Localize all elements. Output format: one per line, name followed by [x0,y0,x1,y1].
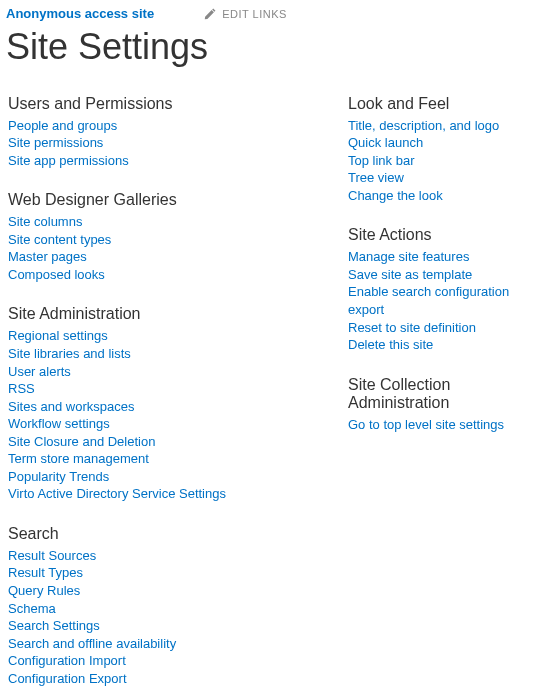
link-query-rules[interactable]: Query Rules [8,582,348,600]
section-search: SearchResult SourcesResult TypesQuery Ru… [8,525,348,687]
right-column: Look and FeelTitle, description, and log… [348,95,548,689]
link-delete-this-site[interactable]: Delete this site [348,336,548,354]
link-change-the-look[interactable]: Change the look [348,187,548,205]
link-people-and-groups[interactable]: People and groups [8,117,348,135]
link-site-permissions[interactable]: Site permissions [8,134,348,152]
link-site-libraries-and-lists[interactable]: Site libraries and lists [8,345,348,363]
left-column: Users and PermissionsPeople and groupsSi… [8,95,348,689]
section-site-collection-administration: Site Collection AdministrationGo to top … [348,376,548,434]
link-search-and-offline-availability[interactable]: Search and offline availability [8,635,348,653]
section-users-and-permissions: Users and PermissionsPeople and groupsSi… [8,95,348,170]
link-master-pages[interactable]: Master pages [8,248,348,266]
section-web-designer-galleries: Web Designer GalleriesSite columnsSite c… [8,191,348,283]
link-site-closure-and-deletion[interactable]: Site Closure and Deletion [8,433,348,451]
link-user-alerts[interactable]: User alerts [8,363,348,381]
edit-links-button[interactable]: EDIT LINKS [204,8,287,20]
section-heading: Look and Feel [348,95,548,113]
section-heading: Search [8,525,348,543]
section-heading: Users and Permissions [8,95,348,113]
link-result-types[interactable]: Result Types [8,564,348,582]
link-site-app-permissions[interactable]: Site app permissions [8,152,348,170]
link-popularity-trends[interactable]: Popularity Trends [8,468,348,486]
link-term-store-management[interactable]: Term store management [8,450,348,468]
link-quick-launch[interactable]: Quick launch [348,134,548,152]
section-look-and-feel: Look and FeelTitle, description, and log… [348,95,548,205]
section-heading: Site Collection Administration [348,376,548,412]
edit-links-label: EDIT LINKS [222,8,287,20]
link-top-link-bar[interactable]: Top link bar [348,152,548,170]
link-regional-settings[interactable]: Regional settings [8,327,348,345]
link-schema[interactable]: Schema [8,600,348,618]
section-site-actions: Site ActionsManage site featuresSave sit… [348,226,548,353]
section-heading: Web Designer Galleries [8,191,348,209]
link-title-description-and-logo[interactable]: Title, description, and logo [348,117,548,135]
link-result-sources[interactable]: Result Sources [8,547,348,565]
top-bar: Anonymous access site EDIT LINKS [0,0,548,25]
link-virto-active-directory-service-settings[interactable]: Virto Active Directory Service Settings [8,485,348,503]
link-go-to-top-level-site-settings[interactable]: Go to top level site settings [348,416,548,434]
section-heading: Site Administration [8,305,348,323]
pencil-icon [204,8,216,20]
link-manage-site-features[interactable]: Manage site features [348,248,548,266]
link-configuration-import[interactable]: Configuration Import [8,652,348,670]
section-site-administration: Site AdministrationRegional settingsSite… [8,305,348,502]
settings-columns: Users and PermissionsPeople and groupsSi… [0,95,548,689]
link-composed-looks[interactable]: Composed looks [8,266,348,284]
link-site-columns[interactable]: Site columns [8,213,348,231]
link-rss[interactable]: RSS [8,380,348,398]
link-site-content-types[interactable]: Site content types [8,231,348,249]
link-enable-search-configuration-export[interactable]: Enable search configuration export [348,283,548,318]
link-reset-to-site-definition[interactable]: Reset to site definition [348,319,548,337]
link-sites-and-workspaces[interactable]: Sites and workspaces [8,398,348,416]
section-heading: Site Actions [348,226,548,244]
page-title: Site Settings [6,27,548,67]
site-breadcrumb[interactable]: Anonymous access site [6,6,154,21]
link-tree-view[interactable]: Tree view [348,169,548,187]
link-search-settings[interactable]: Search Settings [8,617,348,635]
link-workflow-settings[interactable]: Workflow settings [8,415,348,433]
link-save-site-as-template[interactable]: Save site as template [348,266,548,284]
link-configuration-export[interactable]: Configuration Export [8,670,348,688]
